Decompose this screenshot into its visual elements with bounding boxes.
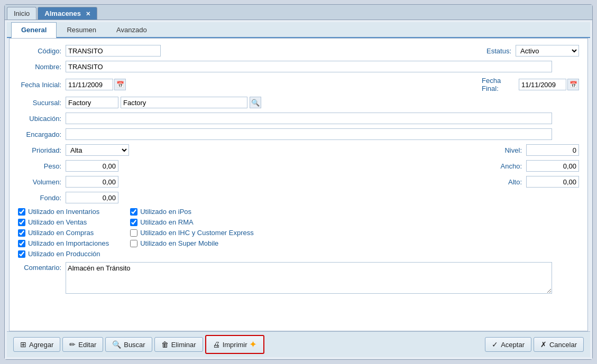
eliminar-button[interactable]: 🗑 Eliminar <box>154 337 203 352</box>
ubicacion-input[interactable] <box>66 113 552 124</box>
imprimir-label: Imprimir <box>223 341 247 349</box>
estatus-select[interactable]: Activo Inactivo <box>516 45 579 57</box>
tab-general[interactable]: General <box>11 22 57 38</box>
agregar-icon: ⊞ <box>20 340 26 349</box>
agregar-button[interactable]: ⊞ Agregar <box>13 337 60 352</box>
peso-label: Peso: <box>18 162 66 170</box>
fondo-input[interactable] <box>66 192 118 203</box>
checkboxes-section: Utilizado en Inventarios Utilizado en Ve… <box>18 208 579 258</box>
encargado-input[interactable] <box>66 128 552 140</box>
prioridad-label: Prioridad: <box>18 146 66 154</box>
tab-avanzado[interactable]: Avanzado <box>106 22 157 37</box>
ancho-label: Ancho: <box>494 162 526 170</box>
imprimir-button[interactable]: 🖨 Imprimir ✦ <box>205 335 264 354</box>
nivel-label: Nivel: <box>494 146 526 154</box>
tab-close-icon[interactable]: ✕ <box>86 11 90 17</box>
checkboxes-left: Utilizado en Inventarios Utilizado en Ve… <box>18 208 109 258</box>
aceptar-icon: ✓ <box>492 340 498 349</box>
cancelar-button[interactable]: ✗ Cancelar <box>534 337 584 352</box>
cancelar-label: Cancelar <box>549 341 577 349</box>
nombre-input[interactable] <box>66 61 552 72</box>
comentario-label: Comentario: <box>18 262 66 272</box>
inner-tab-bar: General Resumen Avanzado <box>7 22 590 38</box>
fecha-final-calendar-icon[interactable]: 📅 <box>567 79 579 90</box>
cb-supermobile[interactable]: Utilizado en Super Mobile <box>130 239 254 247</box>
codigo-input[interactable] <box>66 45 161 57</box>
buscar-button[interactable]: 🔍 Buscar <box>105 337 152 352</box>
buscar-label: Buscar <box>124 341 145 349</box>
cb-ipos[interactable]: Utilizado en iPos <box>130 208 254 216</box>
fecha-final-field: 📅 <box>519 79 579 90</box>
ubicacion-row: Ubicación: <box>18 113 579 124</box>
editar-label: Editar <box>78 341 96 349</box>
estatus-label: Estatus: <box>484 47 516 55</box>
fecha-final-input[interactable] <box>519 79 566 90</box>
nombre-label: Nombre: <box>18 63 66 71</box>
peso-input[interactable] <box>66 160 118 172</box>
eliminar-icon: 🗑 <box>161 340 169 349</box>
encargado-row: Encargado: <box>18 128 579 140</box>
agregar-label: Agregar <box>29 341 53 349</box>
sucursal-row: Sucursal: 🔍 <box>18 97 579 108</box>
imprimir-icon: 🖨 <box>213 340 220 349</box>
cb-inventarios[interactable]: Utilizado en Inventarios <box>18 208 109 216</box>
checkboxes-right: Utilizado en iPos Utilizado en RMA Utili… <box>130 208 254 258</box>
prioridad-nivel-row: Prioridad: Alta Media Baja Nivel: <box>18 144 579 156</box>
fondo-row: Fondo: <box>18 192 579 203</box>
comentario-textarea[interactable]: Almacén en Tránsito <box>66 262 552 294</box>
peso-ancho-row: Peso: Ancho: <box>18 160 579 172</box>
cb-produccion[interactable]: Utilizado en Producción <box>18 250 109 258</box>
sucursal-label: Sucursal: <box>18 99 66 107</box>
volumen-input[interactable] <box>66 176 118 188</box>
sucursal-code-input[interactable] <box>66 97 118 108</box>
nivel-input[interactable] <box>526 144 579 156</box>
prioridad-select[interactable]: Alta Media Baja <box>66 144 129 156</box>
comentario-row: Comentario: Almacén en Tránsito <box>18 262 579 294</box>
editar-button[interactable]: ✏ Editar <box>62 337 103 352</box>
alto-label: Alto: <box>494 178 526 186</box>
volumen-label: Volumen: <box>18 178 66 186</box>
fecha-inicial-input[interactable] <box>66 79 113 90</box>
main-window: Inicio Almacenes ✕ General Resumen Avanz… <box>4 4 593 360</box>
sucursal-fields: 🔍 <box>66 97 261 108</box>
cb-ventas[interactable]: Utilizado en Ventas <box>18 218 109 226</box>
volumen-alto-row: Volumen: Alto: <box>18 176 579 188</box>
aceptar-button[interactable]: ✓ Aceptar <box>485 337 531 352</box>
fecha-inicial-calendar-icon[interactable]: 📅 <box>114 79 126 90</box>
aceptar-label: Aceptar <box>501 341 525 349</box>
star-burst-icon: ✦ <box>249 339 257 350</box>
sucursal-search-button[interactable]: 🔍 <box>250 97 261 108</box>
tab-almacenes[interactable]: Almacenes ✕ <box>38 7 97 20</box>
codigo-label: Código: <box>18 47 66 55</box>
cb-rma[interactable]: Utilizado en RMA <box>130 218 254 226</box>
encargado-label: Encargado: <box>18 130 66 138</box>
ubicacion-label: Ubicación: <box>18 115 66 123</box>
codigo-row: Código: Estatus: Activo Inactivo <box>18 45 579 57</box>
alto-input[interactable] <box>526 176 579 188</box>
form-content: Código: Estatus: Activo Inactivo Nombre:… <box>9 38 588 331</box>
buscar-icon: 🔍 <box>112 340 121 349</box>
tab-bar: Inicio Almacenes ✕ <box>5 5 592 20</box>
ancho-input[interactable] <box>526 160 579 172</box>
tab-resumen[interactable]: Resumen <box>57 22 106 37</box>
cancelar-icon: ✗ <box>540 340 547 349</box>
fondo-label: Fondo: <box>18 194 66 202</box>
cb-compras[interactable]: Utilizado en Compras <box>18 229 109 237</box>
editar-icon: ✏ <box>69 340 76 349</box>
eliminar-label: Eliminar <box>171 341 196 349</box>
fecha-final-label: FechaFinal: <box>482 77 519 92</box>
fecha-inicial-field: 📅 <box>66 79 126 90</box>
fecha-inicial-label: Fecha Inicial: <box>18 81 66 89</box>
tab-inicio[interactable]: Inicio <box>7 7 36 20</box>
fechas-row: Fecha Inicial: 📅 FechaFinal: 📅 <box>18 77 579 92</box>
cb-importaciones[interactable]: Utilizado en Importaciones <box>18 239 109 247</box>
cb-ihc[interactable]: Utilizado en IHC y Customer Express <box>130 229 254 237</box>
bottom-toolbar: ⊞ Agregar ✏ Editar 🔍 Buscar 🗑 Eliminar 🖨… <box>7 331 590 357</box>
nombre-row: Nombre: <box>18 61 579 72</box>
sucursal-name-input[interactable] <box>121 97 247 108</box>
